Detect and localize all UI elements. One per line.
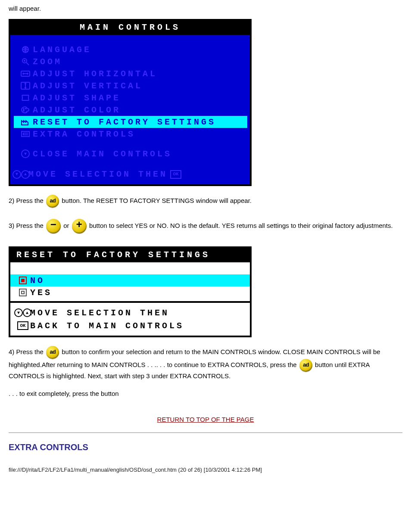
intro-text: will appear. [9,4,402,13]
panel-footer: ▼▲ MOVE SELECTION THEN OK [10,164,250,184]
menu-label: ADJUST COLOR [33,104,121,116]
menu-label: ADJUST SHAPE [33,92,121,104]
svg-point-5 [23,110,24,111]
panel-title: MAIN CONTROLS [10,21,250,35]
step3-mid: or [63,222,71,229]
step-3: 3) Press the − or + button to select YES… [9,219,402,233]
reset-panel: RESET TO FACTORY SETTINGS NO YES ▼▲ MOVE… [9,246,252,337]
menu-item-adjust-color[interactable]: ADJUST COLOR [14,104,247,116]
step2-post: button. The RESET TO FACTORY SETTINGS wi… [62,197,252,204]
ok-button[interactable]: ad [299,359,312,372]
step-5: . . . to exit completely, press the butt… [9,389,402,398]
globe-icon [18,45,33,54]
panel-title: RESET TO FACTORY SETTINGS [10,248,250,262]
menu-item-zoom[interactable]: ZOOM [14,56,247,68]
ok-button[interactable]: ad [46,346,59,359]
plus-button[interactable]: + [72,219,87,233]
menu-label: ADJUST HORIZONTAL [33,68,157,80]
step-4: 4) Press the ad button to confirm your s… [9,346,402,380]
menu-item-adjust-vertical[interactable]: ADJUST VERTICAL [14,80,247,92]
step2-pre: 2) Press the [9,197,45,204]
menu-item-reset-factory[interactable]: RESET TO FACTORY SETTINGS [14,116,247,128]
step3-post: button to select YES or NO. NO is the de… [89,222,393,229]
up-down-arrows-icon: ▼▲ [14,170,28,179]
menu-label: RESET TO FACTORY SETTINGS [33,116,216,128]
footer-line1: MOVE SELECTION THEN [30,307,169,319]
footer-file-url: file:///D|/rita/LF2/LF2/LFa1/multi_manua… [9,466,402,474]
option-label: YES [30,287,52,299]
palette-icon [18,106,33,114]
menu-item-extra-controls[interactable]: EXTRA CONTROLS [14,128,247,140]
option-label: NO [30,275,45,286]
menu-label: LANGUAGE [33,44,91,56]
factory-icon [18,118,33,126]
menu-item-adjust-shape[interactable]: ADJUST SHAPE [14,92,247,104]
menu-label: CLOSE MAIN CONTROLS [33,148,172,160]
menu-label: EXTRA CONTROLS [33,128,135,140]
step4-pre: 4) Press the [9,348,45,355]
list-icon [18,130,33,138]
option-no[interactable]: NO [10,274,250,286]
shape-icon [18,93,33,102]
svg-point-6 [25,108,26,109]
ok-icon: OK [170,170,181,179]
ok-icon: OK [16,321,30,330]
menu-item-close[interactable]: ▼ CLOSE MAIN CONTROLS [14,148,247,160]
menu-label: ADJUST VERTICAL [33,80,143,92]
down-arrow-icon: ▼ [18,149,33,158]
arrows-h-icon [18,69,33,78]
step3-pre: 3) Press the [9,222,45,229]
ok-button[interactable]: ad [46,195,59,208]
radio-unselected-icon [16,289,30,296]
return-to-top-link[interactable]: RETURN TO TOP OF THE PAGE [0,415,411,424]
section-heading-extra-controls: EXTRA CONTROLS [9,442,402,453]
menu-label: ZOOM [33,56,62,68]
radio-selected-icon [16,277,30,284]
up-down-arrows-icon: ▼▲ [16,308,30,317]
menu-item-adjust-horizontal[interactable]: ADJUST HORIZONTAL [14,68,247,80]
svg-point-4 [23,109,24,109]
panel-footer: ▼▲ MOVE SELECTION THEN OK BACK TO MAIN C… [10,301,250,336]
footer-line2: BACK TO MAIN CONTROLS [30,320,184,332]
minus-button[interactable]: − [46,219,61,233]
main-controls-panel: MAIN CONTROLS LANGUAGE ZOOM ADJUST HORIZ… [9,19,252,186]
svg-rect-7 [22,131,29,137]
footer-label: MOVE SELECTION THEN [28,168,168,180]
arrows-v-icon [18,81,33,90]
option-yes[interactable]: YES [10,286,250,299]
step-2: 2) Press the ad button. The RESET TO FAC… [9,195,402,208]
divider [9,432,402,433]
magnify-icon [18,57,33,66]
menu-item-language[interactable]: LANGUAGE [14,44,247,56]
